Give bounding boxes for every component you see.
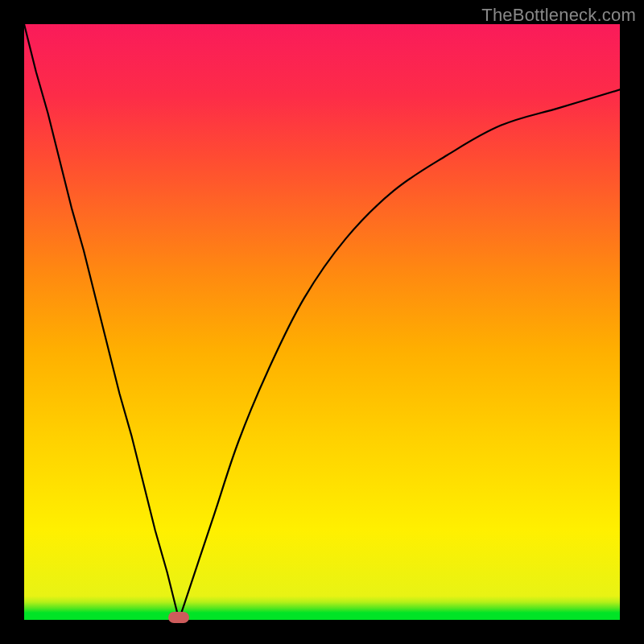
optimal-marker <box>168 612 189 623</box>
bottleneck-curve <box>24 24 620 620</box>
plot-area <box>24 24 620 620</box>
curve-path <box>24 24 620 620</box>
chart-frame: TheBottleneck.com <box>0 0 644 644</box>
watermark-text: TheBottleneck.com <box>481 5 636 26</box>
